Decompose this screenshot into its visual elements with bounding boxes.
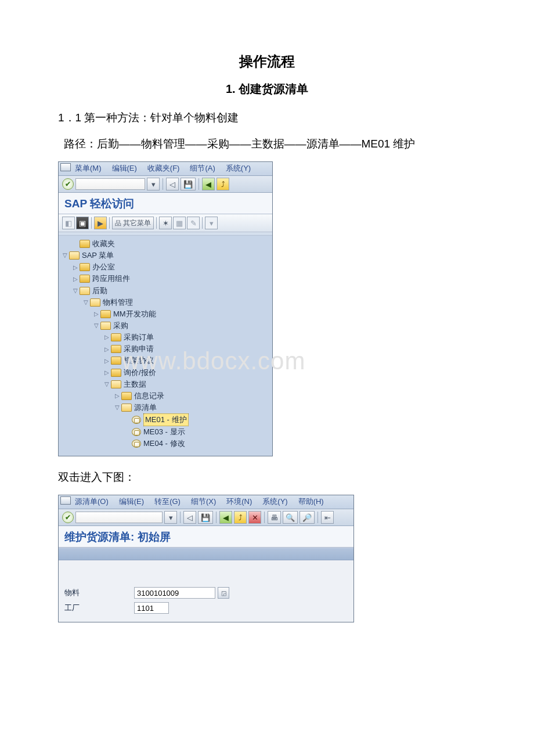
- folder-open-icon: [69, 251, 80, 260]
- toolbar-button[interactable]: ▶: [94, 217, 107, 229]
- menubar: 源清单(O) 编辑(E) 转至(G) 细节(X) 环境(N) 系统(Y) 帮助(…: [59, 495, 353, 509]
- plant-label: 工厂: [64, 603, 134, 613]
- enter-button[interactable]: ✔: [62, 512, 74, 523]
- folder-icon: [111, 357, 121, 365]
- folder-icon: [111, 333, 121, 341]
- toolbar-button[interactable]: 🔍: [283, 511, 298, 524]
- toolbar-button[interactable]: ✎: [187, 217, 200, 229]
- search-help-icon[interactable]: ◲: [218, 587, 229, 599]
- back-icon[interactable]: ◀: [219, 511, 232, 524]
- tree-node-me04[interactable]: ME04 - 修改: [61, 438, 270, 449]
- folder-open-icon: [121, 404, 132, 412]
- section-title: 1．1 第一种方法：针对单个物料创建: [58, 110, 476, 127]
- folder-icon: [80, 240, 90, 248]
- dropdown-icon[interactable]: ▾: [147, 178, 160, 190]
- dropdown-icon[interactable]: ▾: [164, 511, 177, 524]
- tree-node-me01[interactable]: ME01 - 维护: [61, 413, 270, 426]
- screen-title: SAP 轻松访问: [64, 196, 266, 211]
- menu-item[interactable]: 帮助(H): [298, 496, 324, 507]
- toolbar-button[interactable]: ◧: [62, 217, 75, 229]
- menu-item[interactable]: 转至(G): [154, 496, 181, 507]
- toolbar-button[interactable]: ⇤: [321, 511, 334, 524]
- exit-icon[interactable]: ⤴: [234, 511, 247, 524]
- back-button[interactable]: ◁: [166, 178, 179, 190]
- tree-node[interactable]: ▷询价/报价: [61, 367, 270, 379]
- tree-node[interactable]: 收藏夹: [61, 238, 270, 250]
- save-button[interactable]: 💾: [198, 511, 213, 524]
- nav-path: 路径：后勤——物料管理——采购——主数据——源清单——ME01 维护: [58, 136, 476, 153]
- tree-node[interactable]: ▽采购: [61, 320, 270, 332]
- toolbar-button[interactable]: 🔎: [300, 511, 315, 524]
- title-area: 维护货源清单: 初始屏: [59, 526, 353, 548]
- enter-button[interactable]: ✔: [62, 178, 74, 190]
- me01-initial-screen: 源清单(O) 编辑(E) 转至(G) 细节(X) 环境(N) 系统(Y) 帮助(…: [58, 495, 354, 622]
- menu-item[interactable]: 收藏夹(F): [147, 163, 180, 174]
- standard-toolbar: ✔ ▾ ◁ 💾 ◀ ⤴: [59, 176, 272, 193]
- menu-item[interactable]: 源清单(O): [75, 496, 109, 507]
- other-menu-button[interactable]: 品 其它菜单: [112, 217, 154, 229]
- navigation-tree[interactable]: 收藏夹 ▽SAP 菜单 ▷办公室 ▷跨应用组件 ▽后勤 ▽物料管理 ▷MM开发功…: [59, 236, 272, 456]
- toolbar-button[interactable]: ▣: [76, 217, 89, 229]
- tree-node[interactable]: ▽主数据: [61, 379, 270, 390]
- command-field[interactable]: [75, 178, 145, 190]
- screen-title: 维护货源清单: 初始屏: [64, 530, 348, 545]
- doc-heading: 1. 创建货源清单: [58, 81, 476, 97]
- folder-icon: [111, 345, 121, 353]
- tree-node[interactable]: ▷办公室: [61, 261, 270, 273]
- window-menu-icon[interactable]: [60, 496, 71, 505]
- doc-title: 操作流程: [58, 52, 476, 71]
- plant-field[interactable]: [134, 602, 169, 614]
- folder-open-icon: [100, 322, 111, 330]
- back-icon[interactable]: ◀: [202, 178, 215, 190]
- tree-node[interactable]: ▷采购订单: [61, 332, 270, 343]
- menu-item[interactable]: 环境(N): [226, 496, 252, 507]
- menu-item[interactable]: 细节(A): [190, 163, 215, 174]
- tree-node[interactable]: ▽SAP 菜单: [61, 250, 270, 261]
- tree-node[interactable]: ▽源清单: [61, 402, 270, 413]
- folder-open-icon: [80, 287, 90, 295]
- material-label: 物料: [64, 588, 134, 598]
- transaction-icon: [132, 416, 141, 424]
- menu-item[interactable]: 系统(Y): [226, 163, 251, 174]
- app-toolbar: ◧ ▣ ▶ 品 其它菜单 ✶ ▦ ✎ ▾: [59, 214, 272, 232]
- menu-item[interactable]: 系统(Y): [262, 496, 287, 507]
- menu-item[interactable]: 菜单(M): [75, 163, 102, 174]
- tree-node[interactable]: ▷跨应用组件: [61, 273, 270, 285]
- folder-icon: [121, 392, 132, 400]
- tree-node[interactable]: ▷MM开发功能: [61, 308, 270, 320]
- menubar: 菜单(M) 编辑(E) 收藏夹(F) 细节(A) 系统(Y): [59, 162, 272, 176]
- tree-node[interactable]: ▷采购申请: [61, 343, 270, 355]
- sap-easy-access-window: 菜单(M) 编辑(E) 收藏夹(F) 细节(A) 系统(Y) ✔ ▾ ◁ 💾 ◀…: [58, 161, 273, 456]
- standard-toolbar: ✔ ▾ ◁ 💾 ◀ ⤴ ✕ 🖶 🔍 🔎 ⇤: [59, 509, 353, 526]
- back-button[interactable]: ◁: [183, 511, 196, 524]
- menu-item[interactable]: 编辑(E): [112, 163, 137, 174]
- cancel-icon[interactable]: ✕: [248, 511, 261, 524]
- transaction-icon: [132, 440, 141, 448]
- instruction-text: 双击进入下图：: [58, 469, 476, 486]
- tree-node[interactable]: ▽物料管理: [61, 297, 270, 308]
- tree-node[interactable]: ▷信息记录: [61, 390, 270, 402]
- tree-node[interactable]: ▷框架协议: [61, 355, 270, 366]
- toolbar-button[interactable]: ▦: [173, 217, 186, 229]
- empty-app-toolbar: [59, 548, 353, 560]
- title-area: SAP 轻松访问: [59, 193, 272, 214]
- tree-node[interactable]: ▽后勤: [61, 285, 270, 297]
- folder-open-icon: [90, 298, 100, 307]
- menu-item[interactable]: 编辑(E): [119, 496, 144, 507]
- toolbar-button[interactable]: ✶: [159, 217, 172, 229]
- menu-item[interactable]: 细节(X): [191, 496, 216, 507]
- folder-open-icon: [111, 380, 121, 388]
- folder-icon: [100, 310, 111, 318]
- selection-screen: 物料 ◲ 工厂: [59, 560, 353, 622]
- window-menu-icon[interactable]: [60, 163, 71, 171]
- toolbar-button[interactable]: ▾: [205, 217, 218, 229]
- save-button[interactable]: 💾: [181, 178, 196, 190]
- command-field[interactable]: [75, 512, 163, 523]
- exit-icon[interactable]: ⤴: [217, 178, 229, 190]
- folder-icon: [111, 369, 121, 377]
- folder-icon: [80, 263, 90, 271]
- folder-icon: [80, 275, 90, 283]
- material-field[interactable]: [134, 587, 215, 599]
- toolbar-button[interactable]: 🖶: [268, 511, 281, 524]
- tree-node-me03[interactable]: ME03 - 显示: [61, 426, 270, 438]
